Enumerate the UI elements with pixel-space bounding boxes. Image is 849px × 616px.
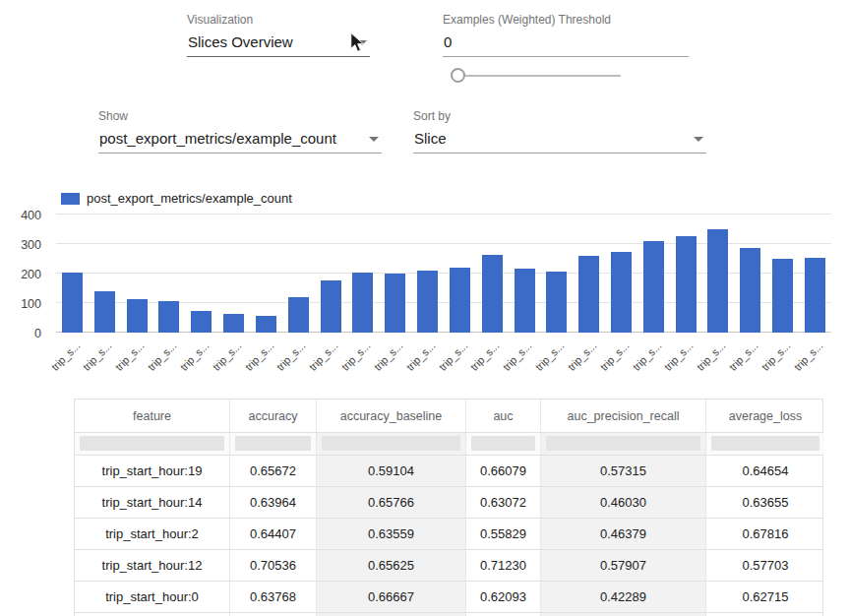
column-filter-input[interactable] — [322, 436, 460, 451]
metric-value-cell: 0.66667 — [316, 582, 465, 612]
column-header-auc_precision_recall[interactable]: auc_precision_recall — [540, 400, 705, 432]
chart-bar[interactable] — [643, 241, 664, 333]
chart-bar[interactable] — [127, 299, 148, 333]
table-header-row: featureaccuracyaccuracy_baselineaucauc_p… — [75, 400, 822, 432]
column-filter-input[interactable] — [711, 436, 819, 451]
y-tick-label: 200 — [2, 268, 41, 281]
metric-value-cell: 0.64407 — [229, 519, 316, 549]
chart-bar[interactable] — [385, 274, 405, 333]
bar-slot — [282, 215, 315, 333]
chart-bar[interactable] — [482, 255, 503, 333]
column-header-feature[interactable]: feature — [75, 400, 229, 432]
chart-bar[interactable] — [94, 291, 115, 333]
column-header-auc[interactable]: auc — [465, 400, 540, 432]
x-tick-slot: trip_s... — [250, 336, 282, 379]
chart-bar[interactable] — [515, 269, 535, 333]
chart-bar[interactable] — [611, 252, 632, 333]
chart-bar[interactable] — [223, 314, 244, 333]
chart-bar[interactable] — [805, 258, 825, 333]
visualization-select[interactable]: Slices Overview — [187, 31, 370, 57]
y-tick-label: 100 — [2, 297, 41, 311]
metric-value-cell: 0.46379 — [540, 519, 705, 549]
x-tick-slot: trip_s... — [605, 336, 637, 379]
threshold-label: Examples (Weighted) Threshold — [443, 13, 611, 27]
metric-value-cell: 0.65672 — [229, 456, 316, 486]
x-tick-slot: trip_s... — [282, 336, 315, 379]
threshold-slider-thumb[interactable] — [451, 68, 465, 83]
threshold-input[interactable]: 0 — [443, 31, 689, 57]
table-body: trip_start_hour:190.656720.591040.660790… — [75, 455, 822, 616]
table-filter-row — [75, 433, 822, 455]
metric-value-cell: 0.64654 — [705, 456, 824, 486]
chart-bar[interactable] — [62, 273, 83, 333]
metric-value-cell: 0.67816 — [705, 519, 824, 549]
bar-slot — [217, 215, 250, 333]
bar-slot — [185, 215, 217, 333]
chevron-down-icon — [369, 137, 379, 142]
x-tick-slot: trip_s... — [444, 336, 476, 379]
chart-bar[interactable] — [740, 248, 760, 333]
sort-by-select[interactable]: Slice — [413, 127, 706, 154]
chevron-down-icon — [357, 40, 367, 45]
x-tick-slot: trip_s... — [217, 336, 250, 379]
table-row: trip_start_hour:140.639640.657660.630720… — [75, 486, 822, 518]
column-header-accuracy_baseline[interactable]: accuracy_baseline — [316, 400, 465, 432]
column-filter-input[interactable] — [546, 436, 700, 451]
bar-slot — [605, 215, 637, 333]
x-tick-slot: trip_s... — [89, 336, 121, 379]
chart-bar[interactable] — [707, 229, 728, 333]
bar-slot — [152, 215, 185, 333]
show-metric-select[interactable]: post_export_metrics/example_count — [98, 127, 382, 154]
x-tick-slot: trip_s... — [540, 336, 573, 379]
sort-by-label: Sort by — [413, 109, 451, 123]
chart-bar[interactable] — [158, 301, 179, 333]
chart-bar[interactable] — [191, 311, 212, 333]
bar-slot — [734, 215, 766, 333]
column-header-average_loss[interactable]: average_loss — [705, 400, 824, 432]
x-tick-slot: trip_s... — [315, 336, 347, 379]
chart-bars — [56, 215, 831, 333]
legend-label: post_export_metrics/example_count — [87, 191, 292, 206]
bar-slot — [509, 215, 541, 333]
table-row: trip_start_hour:230.660160.648440.583370… — [75, 612, 822, 616]
x-tick-slot: trip_s... — [121, 336, 153, 379]
column-header-accuracy[interactable]: accuracy — [229, 400, 316, 432]
x-tick-slot: trip_s... — [185, 336, 217, 379]
bar-slot — [573, 215, 605, 333]
x-tick-slot: trip_s... — [509, 336, 541, 379]
chevron-down-icon — [694, 137, 703, 142]
metric-value-cell: 0.46030 — [540, 487, 705, 518]
metric-value-cell: 0.71230 — [465, 550, 540, 581]
metric-value-cell: 0.57907 — [540, 550, 705, 581]
metrics-table: featureaccuracyaccuracy_baselineaucauc_p… — [74, 399, 823, 616]
metric-value-cell: 0.42289 — [540, 582, 705, 612]
metric-value-cell: 0.63964 — [229, 487, 316, 518]
chart-bar[interactable] — [417, 271, 438, 333]
chart-bar[interactable] — [546, 272, 567, 333]
filter-cell — [75, 433, 229, 455]
show-metric-select-value: post_export_metrics/example_count — [99, 130, 336, 147]
x-tick-slot: trip_s... — [799, 336, 831, 379]
chart-bar[interactable] — [256, 316, 276, 333]
chart-bar[interactable] — [578, 256, 599, 333]
y-tick-label: 0 — [2, 327, 41, 340]
column-filter-input[interactable] — [80, 436, 224, 451]
metric-value-cell: 0.55829 — [465, 519, 540, 549]
filter-cell — [229, 433, 316, 455]
filter-cell — [316, 433, 465, 455]
threshold-slider-track[interactable] — [454, 75, 621, 77]
chart-bar[interactable] — [772, 259, 793, 333]
column-filter-input[interactable] — [471, 436, 535, 451]
chart-bar[interactable] — [676, 236, 697, 333]
chart-bar[interactable] — [450, 268, 470, 333]
bar-slot — [379, 215, 411, 333]
chart-x-axis: trip_s...trip_s...trip_s...trip_s...trip… — [56, 336, 831, 379]
bar-slot — [250, 215, 282, 333]
bar-slot — [315, 215, 347, 333]
chart-bar[interactable] — [352, 273, 373, 333]
feature-cell: trip_start_hour:2 — [75, 519, 229, 549]
chart-bar[interactable] — [288, 297, 309, 333]
bar-chart — [56, 215, 831, 333]
chart-bar[interactable] — [321, 280, 341, 333]
column-filter-input[interactable] — [235, 436, 311, 451]
